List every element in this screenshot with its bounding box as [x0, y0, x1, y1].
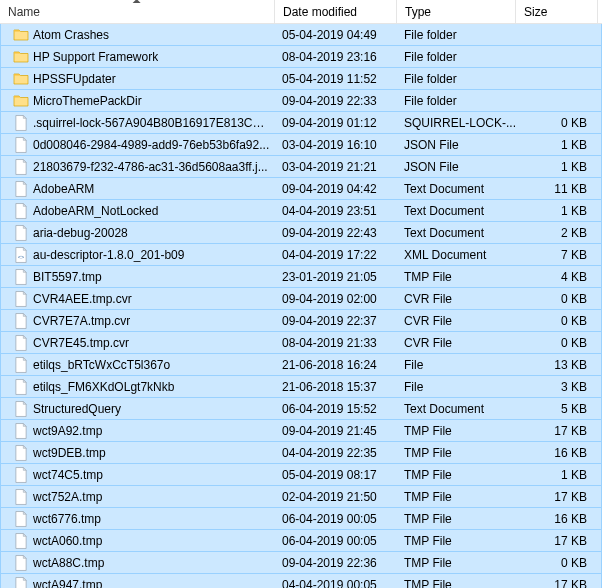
cell-date: 09-04-2019 01:12 [276, 112, 398, 133]
cell-type: File folder [398, 46, 517, 67]
column-header-date-label: Date modified [283, 5, 357, 19]
table-row[interactable]: AdobeARM09-04-2019 04:42Text Document11 … [0, 178, 602, 200]
cell-date: 09-04-2019 22:33 [276, 90, 398, 111]
cell-date: 04-04-2019 17:22 [276, 244, 398, 265]
file-name: 0d008046-2984-4989-add9-76eb53b6fa92... [33, 138, 269, 152]
file-name: wctA947.tmp [33, 578, 102, 589]
cell-date: 08-04-2019 23:16 [276, 46, 398, 67]
cell-name: 21803679-f232-4786-ac31-36d5608aa3ff.j..… [1, 156, 276, 177]
cell-size: 11 KB [517, 178, 599, 199]
cell-type: CVR File [398, 332, 517, 353]
column-header-type[interactable]: Type [397, 0, 516, 23]
xml-file-icon [13, 247, 29, 263]
table-row[interactable]: 0d008046-2984-4989-add9-76eb53b6fa92...0… [0, 134, 602, 156]
cell-type: CVR File [398, 288, 517, 309]
cell-date: 08-04-2019 21:33 [276, 332, 398, 353]
file-name: HP Support Framework [33, 50, 158, 64]
cell-name: CVR7E45.tmp.cvr [1, 332, 276, 353]
file-icon [13, 269, 29, 285]
file-name: CVR4AEE.tmp.cvr [33, 292, 132, 306]
cell-type: Text Document [398, 222, 517, 243]
cell-name: etilqs_FM6XKdOLgt7kNkb [1, 376, 276, 397]
file-name: wctA060.tmp [33, 534, 102, 548]
table-row[interactable]: AdobeARM_NotLocked04-04-2019 23:51Text D… [0, 200, 602, 222]
cell-size: 17 KB [517, 530, 599, 551]
cell-type: Text Document [398, 178, 517, 199]
cell-name: 0d008046-2984-4989-add9-76eb53b6fa92... [1, 134, 276, 155]
cell-name: aria-debug-20028 [1, 222, 276, 243]
table-row[interactable]: wctA947.tmp04-04-2019 00:05TMP File17 KB [0, 574, 602, 588]
cell-size: 17 KB [517, 574, 599, 588]
folder-icon [13, 71, 29, 87]
cell-type: TMP File [398, 552, 517, 573]
column-header-date[interactable]: Date modified [275, 0, 397, 23]
cell-date: 21-06-2018 16:24 [276, 354, 398, 375]
table-row[interactable]: wct752A.tmp02-04-2019 21:50TMP File17 KB [0, 486, 602, 508]
cell-date: 23-01-2019 21:05 [276, 266, 398, 287]
table-row[interactable]: HP Support Framework08-04-2019 23:16File… [0, 46, 602, 68]
table-row[interactable]: StructuredQuery06-04-2019 15:52Text Docu… [0, 398, 602, 420]
table-row[interactable]: wctA060.tmp06-04-2019 00:05TMP File17 KB [0, 530, 602, 552]
table-row[interactable]: MicroThemePackDir09-04-2019 22:33File fo… [0, 90, 602, 112]
cell-size: 17 KB [517, 486, 599, 507]
table-row[interactable]: wct9A92.tmp09-04-2019 21:45TMP File17 KB [0, 420, 602, 442]
file-name: etilqs_bRTcWxCcT5l367o [33, 358, 170, 372]
file-icon [13, 115, 29, 131]
table-row[interactable]: wct74C5.tmp05-04-2019 08:17TMP File1 KB [0, 464, 602, 486]
cell-size: 16 KB [517, 442, 599, 463]
cell-size [517, 46, 599, 67]
cell-type: Text Document [398, 398, 517, 419]
cell-date: 03-04-2019 21:21 [276, 156, 398, 177]
table-row[interactable]: au-descriptor-1.8.0_201-b0904-04-2019 17… [0, 244, 602, 266]
cell-size: 17 KB [517, 420, 599, 441]
folder-icon [13, 27, 29, 43]
cell-size: 1 KB [517, 464, 599, 485]
table-row[interactable]: CVR7E7A.tmp.cvr09-04-2019 22:37CVR File0… [0, 310, 602, 332]
table-row[interactable]: etilqs_bRTcWxCcT5l367o21-06-2018 16:24Fi… [0, 354, 602, 376]
cell-size [517, 90, 599, 111]
column-header-name[interactable]: Name [0, 0, 275, 23]
file-icon [13, 489, 29, 505]
table-row[interactable]: 21803679-f232-4786-ac31-36d5608aa3ff.j..… [0, 156, 602, 178]
cell-name: HP Support Framework [1, 46, 276, 67]
column-header-type-label: Type [405, 5, 431, 19]
table-row[interactable]: Atom Crashes05-04-2019 04:49File folder [0, 24, 602, 46]
file-icon [13, 467, 29, 483]
cell-size [517, 24, 599, 45]
cell-size: 1 KB [517, 134, 599, 155]
cell-name: etilqs_bRTcWxCcT5l367o [1, 354, 276, 375]
file-list: Atom Crashes05-04-2019 04:49File folderH… [0, 24, 602, 588]
file-icon [13, 137, 29, 153]
cell-name: CVR7E7A.tmp.cvr [1, 310, 276, 331]
table-row[interactable]: BIT5597.tmp23-01-2019 21:05TMP File4 KB [0, 266, 602, 288]
cell-date: 06-04-2019 00:05 [276, 530, 398, 551]
cell-name: wct9A92.tmp [1, 420, 276, 441]
cell-name: wctA060.tmp [1, 530, 276, 551]
cell-name: au-descriptor-1.8.0_201-b09 [1, 244, 276, 265]
table-row[interactable]: CVR7E45.tmp.cvr08-04-2019 21:33CVR File0… [0, 332, 602, 354]
table-row[interactable]: .squirrel-lock-567A904B80B16917E813CC...… [0, 112, 602, 134]
file-name: CVR7E7A.tmp.cvr [33, 314, 130, 328]
cell-date: 06-04-2019 15:52 [276, 398, 398, 419]
cell-date: 06-04-2019 00:05 [276, 508, 398, 529]
cell-name: HPSSFUpdater [1, 68, 276, 89]
table-row[interactable]: wct6776.tmp06-04-2019 00:05TMP File16 KB [0, 508, 602, 530]
file-icon [13, 533, 29, 549]
cell-date: 09-04-2019 22:37 [276, 310, 398, 331]
table-row[interactable]: etilqs_FM6XKdOLgt7kNkb21-06-2018 15:37Fi… [0, 376, 602, 398]
table-row[interactable]: HPSSFUpdater05-04-2019 11:52File folder [0, 68, 602, 90]
cell-name: BIT5597.tmp [1, 266, 276, 287]
cell-name: MicroThemePackDir [1, 90, 276, 111]
table-row[interactable]: wct9DEB.tmp04-04-2019 22:35TMP File16 KB [0, 442, 602, 464]
table-row[interactable]: CVR4AEE.tmp.cvr09-04-2019 02:00CVR File0… [0, 288, 602, 310]
column-header-name-label: Name [8, 5, 40, 19]
cell-date: 05-04-2019 04:49 [276, 24, 398, 45]
cell-name: wct752A.tmp [1, 486, 276, 507]
cell-date: 04-04-2019 22:35 [276, 442, 398, 463]
cell-date: 04-04-2019 00:05 [276, 574, 398, 588]
column-header-size[interactable]: Size [516, 0, 598, 23]
cell-type: File [398, 376, 517, 397]
table-row[interactable]: wctA88C.tmp09-04-2019 22:36TMP File0 KB [0, 552, 602, 574]
table-row[interactable]: aria-debug-2002809-04-2019 22:43Text Doc… [0, 222, 602, 244]
cell-size: 0 KB [517, 552, 599, 573]
